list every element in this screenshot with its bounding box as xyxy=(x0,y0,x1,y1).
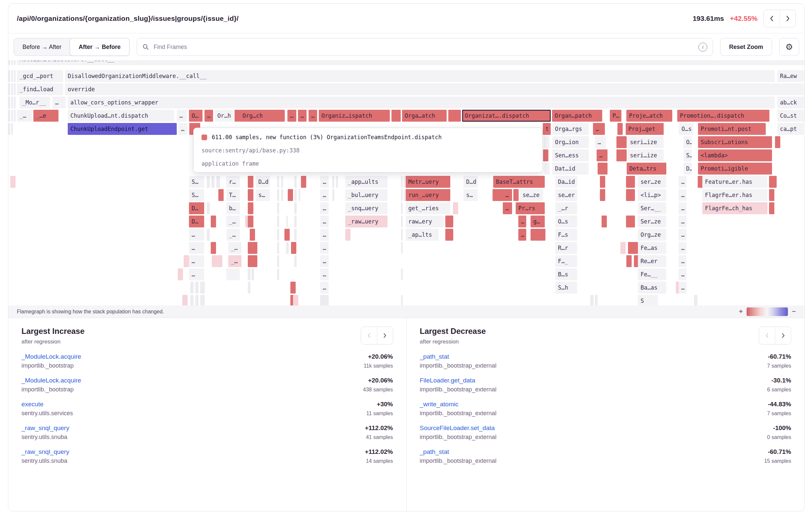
frame-link[interactable]: _path_stat xyxy=(420,448,449,456)
differential-flamegraph[interactable]: 611.00 samples, new function (3%) Organi… xyxy=(8,61,804,305)
flame-frame[interactable] xyxy=(8,97,10,108)
flame-frame[interactable] xyxy=(595,295,598,305)
flame-frame[interactable]: … xyxy=(595,136,606,148)
flame-frame[interactable]: Dat…id xyxy=(552,163,589,174)
flame-frame[interactable]: … xyxy=(593,123,605,135)
flame-frame[interactable] xyxy=(211,176,214,188)
next-transaction-button[interactable] xyxy=(780,10,795,27)
flame-frame[interactable]: … xyxy=(320,242,329,254)
segment-before-after[interactable]: Before → After xyxy=(14,38,70,56)
flame-frame[interactable]: … xyxy=(189,229,204,241)
flame-frame[interactable] xyxy=(207,202,210,214)
flame-frame[interactable] xyxy=(301,176,306,188)
flame-frame[interactable]: Organ…patch xyxy=(552,110,602,121)
flame-frame[interactable] xyxy=(769,202,774,214)
flame-frame[interactable]: … xyxy=(678,242,687,254)
frame-link[interactable]: execute xyxy=(22,401,44,408)
flame-frame[interactable] xyxy=(544,163,550,174)
flame-frame[interactable] xyxy=(211,216,216,227)
frame-link[interactable]: _raw_snql_query xyxy=(22,425,69,432)
flame-frame[interactable]: S… xyxy=(189,176,204,188)
flame-frame[interactable]: ca…pt xyxy=(777,123,804,135)
flame-frame[interactable] xyxy=(286,242,289,254)
frame-link[interactable]: _ModuleLock.acquire xyxy=(22,353,81,360)
flame-frame[interactable] xyxy=(178,268,183,280)
flame-frame[interactable] xyxy=(404,176,405,188)
flame-frame[interactable]: s… xyxy=(256,189,270,201)
flame-frame[interactable]: _… xyxy=(226,216,240,227)
flame-frame[interactable]: Orga…atch xyxy=(402,110,446,121)
flame-frame[interactable]: r… xyxy=(226,176,240,188)
flame-frame[interactable]: … xyxy=(597,149,608,161)
flame-frame[interactable] xyxy=(11,83,13,95)
flame-frame[interactable] xyxy=(14,83,16,95)
increase-prev-page-button[interactable] xyxy=(361,327,377,344)
flame-frame[interactable] xyxy=(248,282,251,294)
flame-frame[interactable]: _find…load xyxy=(17,83,63,95)
flame-frame[interactable]: S xyxy=(638,295,658,305)
flame-frame[interactable]: FlagrFe…er.has xyxy=(702,189,767,201)
flame-frame[interactable] xyxy=(453,202,458,214)
flame-frame[interactable] xyxy=(248,202,253,214)
flame-frame[interactable]: … xyxy=(189,268,204,280)
flame-frame[interactable] xyxy=(320,295,329,305)
flame-frame[interactable] xyxy=(277,255,279,267)
segment-after-before[interactable]: After → Before xyxy=(70,38,129,56)
flame-frame[interactable]: … xyxy=(298,110,307,121)
flame-frame[interactable] xyxy=(294,189,297,201)
flame-frame[interactable]: _…e xyxy=(33,110,58,121)
flame-frame[interactable]: Proje…atch xyxy=(626,110,672,121)
flame-frame[interactable] xyxy=(281,176,283,188)
flame-frame[interactable]: … xyxy=(678,268,687,280)
flame-frame[interactable] xyxy=(294,202,297,214)
flame-frame[interactable]: raw…ery xyxy=(406,216,444,227)
flame-frame[interactable]: Or…h xyxy=(215,110,233,121)
flame-frame[interactable]: Org…ion xyxy=(552,136,589,148)
flame-frame[interactable]: D…d xyxy=(256,176,270,188)
flame-frame[interactable]: ser…ze xyxy=(638,176,666,188)
flame-frame[interactable]: S… xyxy=(684,149,692,161)
flame-frame[interactable]: ab…ck xyxy=(777,97,804,108)
flame-frame[interactable]: Co…st xyxy=(777,110,804,121)
flame-frame[interactable]: … xyxy=(503,202,512,214)
flame-frame[interactable] xyxy=(590,295,593,305)
flame-frame[interactable] xyxy=(11,97,13,108)
flame-frame[interactable]: B…s xyxy=(555,268,577,280)
flame-frame[interactable] xyxy=(456,110,461,121)
flame-frame[interactable] xyxy=(190,282,194,294)
frame-link[interactable]: _raw_snql_query xyxy=(22,448,69,456)
flame-frame[interactable]: … xyxy=(678,189,687,201)
flame-frame[interactable]: RateLimitMiddleware.__call__ xyxy=(17,61,804,65)
flame-frame[interactable] xyxy=(404,189,405,201)
flame-frame[interactable] xyxy=(277,189,279,201)
flame-frame[interactable] xyxy=(694,295,697,305)
flame-frame[interactable]: _… xyxy=(228,255,241,267)
flame-frame[interactable]: _…r xyxy=(555,202,577,214)
flame-frame[interactable] xyxy=(277,268,279,280)
flame-frame[interactable]: _… xyxy=(226,229,240,241)
flame-frame[interactable] xyxy=(401,202,403,214)
flame-frame[interactable] xyxy=(286,216,288,227)
prev-transaction-button[interactable] xyxy=(764,10,780,27)
flame-frame[interactable]: _raw…uery xyxy=(345,216,387,227)
flame-frame[interactable] xyxy=(626,255,632,267)
flame-frame[interactable] xyxy=(626,189,635,201)
flame-frame[interactable]: … xyxy=(177,110,187,121)
flame-frame[interactable] xyxy=(332,189,334,201)
flame-frame[interactable] xyxy=(294,176,297,188)
flame-frame[interactable] xyxy=(8,83,10,95)
flame-frame[interactable]: … xyxy=(320,189,329,201)
flame-frame[interactable]: … xyxy=(320,229,329,241)
flame-frame[interactable]: T… xyxy=(226,189,240,201)
flame-frame[interactable]: … xyxy=(518,229,526,241)
flame-frame[interactable] xyxy=(219,189,224,201)
flame-frame[interactable]: _Mo…r__ xyxy=(20,97,50,108)
flame-frame[interactable] xyxy=(544,136,550,148)
flame-frame[interactable] xyxy=(277,176,279,188)
flame-frame[interactable]: … xyxy=(309,110,317,121)
flame-frame[interactable]: Ser…__ xyxy=(638,202,666,214)
flame-frame[interactable]: _app…ults xyxy=(345,176,387,188)
flame-frame[interactable]: run_…uery xyxy=(406,189,450,201)
flame-frame[interactable]: Fe…as xyxy=(638,242,666,254)
flame-frame[interactable]: Ser…ze xyxy=(638,216,666,227)
